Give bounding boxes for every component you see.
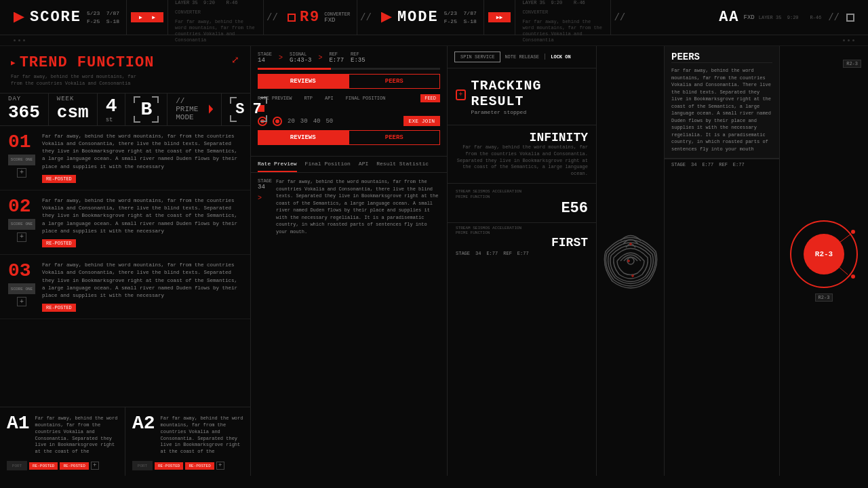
api-label: API (325, 96, 334, 101)
a2-text: Far far away, behind the word mountains,… (161, 415, 243, 455)
center-tab-btns2: REVIEWS PEERS (258, 130, 440, 145)
dot2 (18, 39, 20, 41)
radio-50: 50 (326, 118, 333, 125)
item-03-plus[interactable]: + (17, 297, 26, 306)
a2-port: PORT (132, 461, 153, 470)
first-section: STREAM SEISMOS ACCELERATIONPRIME FUNCTIO… (448, 223, 596, 260)
center-ref1-val: E:77 (329, 57, 344, 64)
peers-stage-row: STAGE 34 E:77 REF E:77 (665, 159, 779, 170)
center-stage-label: STAGE (258, 52, 272, 57)
play-icon[interactable] (14, 12, 24, 23)
fingerprint-panel (597, 46, 665, 476)
s7-display: S 7 (230, 97, 267, 122)
r9-block: R9 CONVERTER FXD (281, 0, 357, 35)
reviews-btn2[interactable]: REVIEWS (258, 130, 349, 145)
item-02-plus[interactable]: + (17, 232, 26, 242)
mode-stats: 5/23 7/87F-25 S-18 (444, 9, 477, 26)
item-01-content: Far far away, behind the word mountains,… (42, 133, 242, 183)
center-content-tabs: Rate Preview Final Position API Result S… (251, 157, 447, 173)
reviews-btn[interactable]: REVIEWS (258, 74, 349, 89)
feed-btn[interactable]: FEED (420, 94, 440, 102)
tab-final-position[interactable]: Final Position (305, 157, 351, 172)
mode-play-icon[interactable] (381, 12, 392, 23)
first-sub: STREAM SEISMOS ACCELERATIONPRIME FUNCTIO… (456, 226, 588, 237)
rtp-label: RTP (304, 96, 313, 101)
dot6 (852, 39, 854, 41)
peers-btn[interactable]: PEERS (349, 74, 441, 89)
first-stage-val: 34 (475, 251, 481, 256)
st-val: st (106, 117, 117, 123)
center-ref2-block: REF E:35 (351, 52, 366, 64)
item-01-plus[interactable]: + (17, 168, 26, 178)
a2-content: Far far away, behind the word mountains,… (161, 413, 243, 458)
item-01-badge: SCORE ONE (8, 155, 35, 165)
exe-join-btn[interactable]: EXE JOIN (403, 116, 440, 126)
center-ref2-val: E:35 (351, 57, 366, 64)
center-tab-btns: REVIEWS PEERS (258, 74, 440, 89)
peers-panel: PEERS Far far away, behind the word moun… (665, 46, 868, 476)
e56-section: STREAM SEISMOS ACCELERATIONPRIME FUNCTIO… (448, 184, 596, 223)
note-release-label: NOTE RELEASE (505, 54, 538, 60)
r9-converter: CONVERTER (324, 12, 350, 17)
a1-repost1-btn[interactable]: RE-POSTED (29, 462, 58, 470)
bottom-item-a1: A1 Far far away, behind the word mountai… (0, 407, 125, 476)
a2-plus-btn[interactable]: + (216, 462, 224, 470)
item-01-repost-btn[interactable]: RE-POSTED (42, 175, 76, 183)
final-pos-label: FINAL POSITION (346, 96, 386, 101)
radio-2[interactable] (273, 117, 282, 126)
a1-content: Far far away, behind the word mountains,… (35, 413, 118, 458)
radar-diagram: R2-3 (790, 220, 858, 288)
peers-btn2[interactable]: PEERS (349, 130, 441, 145)
tracking-result-box: + TRACKING RESULT Parameter stopped (448, 68, 596, 125)
item-03-text: Far far away, behind the word mountains,… (42, 262, 242, 300)
main-header: SCORE 5/23 7/87F-25 S-18 ▶ ▶ LAYER 35 9:… (0, 0, 868, 35)
stage-content-arrow: > (258, 195, 272, 202)
center-signal-val: G:43-3 (290, 57, 311, 64)
tracking-text: TRACKING RESULT Parameter stopped (471, 78, 588, 115)
e56-label: STREAM SEISMOS ACCELERATIONPRIME FUNCTIO… (456, 189, 588, 200)
item-02-content: Far far away, behind the word mountains,… (42, 197, 242, 247)
dot5 (848, 39, 850, 41)
center-progress-bar (258, 68, 331, 70)
left-panel: ▶ TREND FUNCTION Far far away, behind th… (0, 46, 251, 476)
item-02-repost-btn[interactable]: RE-POSTED (42, 239, 76, 247)
red-indicator-row (258, 105, 440, 112)
center-signal-label: SIGNAL (290, 52, 311, 57)
score-arrow-btn[interactable]: ▶ ▶ (131, 12, 163, 22)
bracket-tr (152, 96, 159, 103)
tab-rate-preview[interactable]: Rate Preview (258, 157, 297, 172)
svg-line-8 (824, 254, 848, 274)
rate-preview-row: RATE PREVIEW RTP API FINAL POSITION FEED (258, 94, 440, 102)
list-item-01: 01 SCORE ONE + Far far away, behind the … (0, 126, 250, 190)
r9-meta: CONVERTER FXD (324, 12, 350, 24)
slash3: // (614, 12, 625, 23)
plus-circle-icon[interactable]: + (456, 89, 466, 100)
a1-plus-btn[interactable]: + (91, 462, 99, 470)
expand-icon[interactable]: ⤢ (231, 54, 239, 66)
prime-play-icon[interactable] (209, 104, 214, 114)
a2-repost2-btn[interactable]: RE-POSTED (185, 462, 214, 470)
r9-label: R9 (300, 9, 320, 26)
a1-repost2-btn[interactable]: RE-POSTED (60, 462, 88, 470)
spin-service-btn[interactable]: SPIN SERVICE (454, 52, 500, 62)
a2-repost1-btn[interactable]: RE-POSTED (155, 462, 183, 470)
item-03-repost-btn[interactable]: RE-POSTED (42, 304, 76, 312)
mode-converter: CONVERTER (522, 9, 548, 15)
center-ref2-label: REF (351, 52, 366, 57)
mode-arrow-btn[interactable]: ▶▶ (488, 12, 511, 22)
top-metrics-row: DAY 365 WEEK csm 4 st B (0, 94, 250, 126)
trend-function-header: ▶ TREND FUNCTION Far far away, behind th… (0, 46, 250, 94)
slash4: // (828, 12, 840, 23)
tab-api[interactable]: API (359, 157, 368, 172)
first-ref2-label: REF (503, 251, 512, 256)
mode-layer: LAYER 35 9:20 R-46 (522, 0, 585, 5)
item-01-left: 01 SCORE ONE + (8, 133, 35, 178)
score-stats: 5/23 7/87F-25 S-18 (87, 9, 119, 26)
r9-fxd: FXD (324, 17, 335, 24)
peers-text: Far far away, behind the word mountains,… (671, 63, 772, 152)
tracking-top: SPIN SERVICE NOTE RELEASE | LOCK ON (448, 46, 596, 68)
item-03-num: 03 (8, 262, 35, 281)
first-stage-label: STAGE (456, 251, 470, 256)
tab-result-statistic[interactable]: Result Statistic (376, 157, 429, 172)
day-value: 365 (8, 102, 40, 123)
